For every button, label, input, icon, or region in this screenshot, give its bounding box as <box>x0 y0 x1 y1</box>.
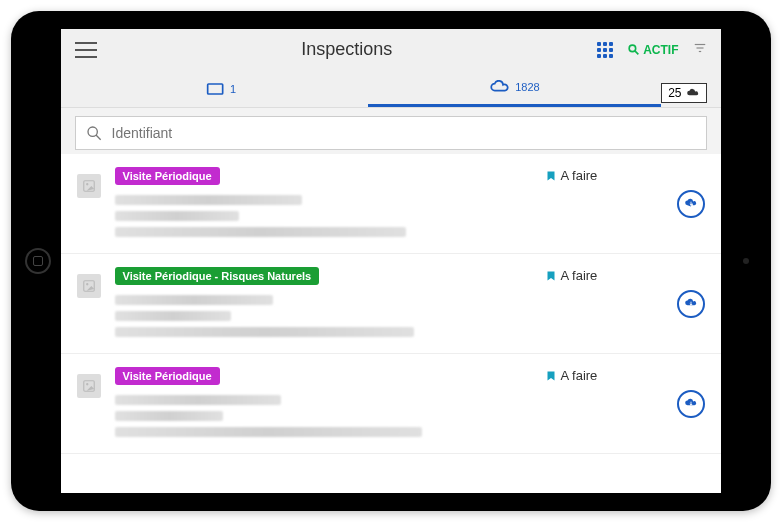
tab-bar: 1 1828 25 <box>61 70 721 108</box>
redacted-details <box>115 295 531 337</box>
bookmark-icon <box>545 169 557 183</box>
list-item[interactable]: Visite Périodique A faire <box>61 354 721 454</box>
download-button[interactable] <box>677 290 705 318</box>
header-actions: ACTIF <box>597 41 706 59</box>
type-badge: Visite Périodique - Risques Naturels <box>115 267 320 285</box>
bookmark-icon <box>545 369 557 383</box>
search-icon <box>627 43 640 56</box>
svg-point-6 <box>88 127 97 136</box>
home-button[interactable] <box>25 248 51 274</box>
type-badge: Visite Périodique <box>115 167 220 185</box>
svg-point-0 <box>629 45 636 52</box>
device-icon <box>206 82 226 96</box>
svg-line-7 <box>96 135 101 140</box>
svg-point-13 <box>86 383 88 385</box>
svg-point-9 <box>86 183 88 185</box>
type-badge: Visite Périodique <box>115 367 220 385</box>
inspection-list: Visite Périodique A faire <box>61 154 721 493</box>
bookmark-icon <box>545 269 557 283</box>
tab-cloud[interactable]: 1828 <box>368 70 661 107</box>
tablet-frame: Inspections ACTIF 1 182 <box>11 11 771 511</box>
image-placeholder-icon <box>77 374 101 398</box>
redacted-details <box>115 195 531 237</box>
download-button[interactable] <box>677 190 705 218</box>
search-input[interactable] <box>112 125 696 141</box>
redacted-details <box>115 395 531 437</box>
page-title: Inspections <box>97 39 598 60</box>
download-button[interactable] <box>677 390 705 418</box>
search-icon <box>86 125 102 141</box>
app-screen: Inspections ACTIF 1 182 <box>61 29 721 493</box>
item-content: Visite Périodique <box>115 166 531 237</box>
image-placeholder-icon <box>77 274 101 298</box>
tab-local[interactable]: 1 <box>75 70 368 107</box>
item-content: Visite Périodique - Risques Naturels <box>115 266 531 337</box>
list-item[interactable]: Visite Périodique A faire <box>61 154 721 254</box>
cloud-download-icon <box>686 88 700 98</box>
svg-line-1 <box>635 51 638 54</box>
page-size-selector[interactable]: 25 <box>661 83 706 103</box>
svg-point-11 <box>86 283 88 285</box>
camera-dot <box>743 258 749 264</box>
cloud-icon <box>489 80 511 94</box>
item-content: Visite Périodique <box>115 366 531 437</box>
svg-rect-5 <box>208 84 223 94</box>
search-bar[interactable] <box>75 116 707 150</box>
actif-filter-button[interactable]: ACTIF <box>627 43 678 57</box>
filter-icon[interactable] <box>693 41 707 59</box>
menu-icon[interactable] <box>75 42 97 58</box>
apps-icon[interactable] <box>597 42 613 58</box>
app-header: Inspections ACTIF <box>61 29 721 70</box>
image-placeholder-icon <box>77 174 101 198</box>
list-item[interactable]: Visite Périodique - Risques Naturels A f… <box>61 254 721 354</box>
